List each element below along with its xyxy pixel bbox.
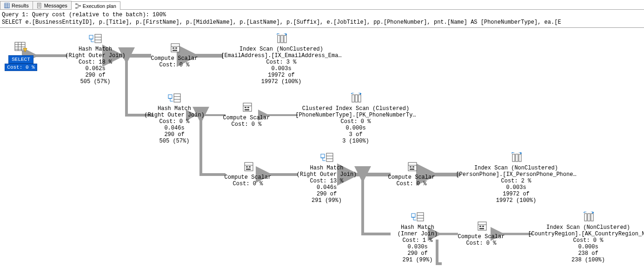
- op-rows: 19972 of: [453, 191, 579, 197]
- op-time: 0.000s: [525, 244, 644, 250]
- svg-rect-65: [516, 154, 518, 162]
- select-cost: Cost: 0 %: [5, 64, 37, 71]
- clustered-index-scan-icon: [293, 93, 418, 105]
- index-scan-icon: [453, 152, 579, 164]
- tab-execution-plan[interactable]: Execution plan: [71, 1, 120, 10]
- op-cost: Cost: 18 %: [65, 59, 126, 65]
- op-cost: Cost: 0 %: [386, 181, 437, 187]
- op-cost: Cost: 0 %: [293, 118, 418, 125]
- op-cost: Cost: 0 %: [456, 240, 507, 247]
- tab-messages[interactable]: Messages: [33, 1, 72, 9]
- select-icon: [5, 42, 37, 55]
- op-rows: 238 of: [525, 250, 644, 257]
- node-hash-match-3[interactable]: Hash Match (Right Outer Join) Cost: 13 %…: [295, 152, 358, 204]
- hash-match-icon: [65, 33, 126, 45]
- op-name: Compute Scalar: [456, 234, 507, 240]
- svg-rect-6: [37, 3, 41, 8]
- op-rows: 3 of: [293, 131, 418, 138]
- svg-rect-66: [519, 154, 521, 162]
- svg-rect-27: [89, 35, 93, 39]
- svg-rect-24: [95, 34, 101, 43]
- svg-rect-63: [410, 169, 414, 170]
- svg-rect-68: [417, 213, 424, 221]
- compute-scalar-icon: [386, 162, 437, 174]
- op-cost: Cost: 0 %: [144, 118, 205, 125]
- op-name: Compute Scalar: [149, 55, 200, 62]
- svg-rect-10: [76, 3, 77, 4]
- node-compute-scalar-5[interactable]: Compute Scalar Cost: 0 %: [456, 221, 507, 247]
- svg-rect-47: [355, 95, 358, 102]
- hash-match-icon: [144, 93, 205, 105]
- svg-rect-34: [281, 35, 283, 43]
- node-hash-match-4[interactable]: Hash Match (Inner Join) Cost: 1 % 0.030s…: [390, 212, 445, 263]
- op-est: 3 (100%): [293, 138, 418, 144]
- op-cost: Cost: 1 %: [390, 237, 445, 244]
- svg-rect-46: [352, 95, 354, 102]
- op-est: 19972 (100%): [453, 197, 579, 204]
- svg-rect-75: [482, 226, 484, 227]
- tab-results-label: Results: [12, 3, 29, 8]
- svg-rect-32: [173, 50, 177, 51]
- op-est: 238 (100%): [525, 257, 644, 263]
- index-scan-icon: [525, 212, 644, 224]
- svg-rect-55: [326, 153, 333, 162]
- node-index-scan-emailaddress[interactable]: Index Scan (NonClustered) [EmailAddress]…: [219, 33, 344, 85]
- node-compute-scalar-4[interactable]: Compute Scalar Cost: 0 %: [386, 162, 437, 187]
- svg-rect-33: [278, 35, 280, 43]
- svg-rect-11: [76, 7, 77, 8]
- op-subtype: (Right Outer Join): [295, 171, 358, 178]
- svg-rect-64: [512, 154, 515, 162]
- svg-rect-74: [479, 226, 481, 227]
- op-name: Hash Match: [65, 46, 126, 52]
- tab-results[interactable]: Results: [0, 1, 33, 9]
- svg-rect-30: [173, 47, 174, 49]
- op-est: 19972 (100%): [219, 78, 344, 85]
- svg-rect-40: [168, 95, 172, 98]
- plan-icon: [75, 3, 81, 9]
- op-name: Hash Match: [295, 165, 358, 171]
- node-clustered-index-scan-phonenumbertype[interactable]: Clustered Index Scan (Clustered) [PhoneN…: [293, 93, 418, 144]
- node-compute-scalar-2[interactable]: Compute Scalar Cost: 0 %: [221, 102, 272, 128]
- svg-rect-31: [175, 47, 177, 49]
- query-sql-text: SELECT e.[BusinessEntityID], p.[Title], …: [0, 19, 644, 28]
- op-time: 0.046s: [295, 184, 358, 191]
- op-time: 0.000s: [293, 125, 418, 131]
- query-cost-header: Query 1: Query cost (relative to the bat…: [0, 10, 644, 19]
- op-name: Compute Scalar: [386, 174, 437, 181]
- compute-scalar-icon: [456, 221, 507, 233]
- node-index-scan-personphone[interactable]: Index Scan (NonClustered) [PersonPhone].…: [453, 152, 579, 204]
- execution-plan-canvas[interactable]: SELECT Cost: 0 % Hash Match (Right Outer…: [0, 28, 644, 266]
- op-est: 505 (57%): [65, 78, 126, 85]
- svg-rect-54: [246, 169, 251, 170]
- svg-rect-61: [410, 166, 412, 168]
- op-rows: 290 of: [144, 131, 205, 138]
- op-rows: 19972 of: [219, 72, 344, 78]
- node-select[interactable]: SELECT Cost: 0 %: [5, 42, 37, 71]
- op-name: Hash Match: [144, 105, 205, 112]
- op-subtype: (Right Outer Join): [144, 112, 205, 118]
- svg-rect-35: [284, 35, 286, 43]
- op-cost: Cost: 0 %: [149, 62, 200, 68]
- svg-rect-48: [359, 95, 361, 102]
- op-name: Index Scan (NonClustered): [453, 165, 579, 171]
- op-subtype: (Inner Join): [390, 231, 445, 237]
- svg-rect-12: [80, 5, 80, 6]
- compute-scalar-icon: [221, 102, 272, 114]
- op-cost: Cost: 0 %: [222, 181, 273, 187]
- op-time: 0.003s: [219, 65, 344, 72]
- compute-scalar-icon: [222, 162, 273, 174]
- node-compute-scalar-3[interactable]: Compute Scalar Cost: 0 %: [222, 162, 273, 187]
- op-cost: Cost: 3 %: [219, 59, 344, 65]
- node-hash-match-2[interactable]: Hash Match (Right Outer Join) Cost: 0 % …: [144, 93, 205, 144]
- svg-rect-45: [245, 109, 249, 110]
- svg-rect-53: [249, 166, 251, 168]
- node-compute-scalar-1[interactable]: Compute Scalar Cost: 0 %: [149, 43, 200, 68]
- op-object: [EmailAddress].[IX_EmailAddress_Ema…: [219, 52, 344, 59]
- tab-bar: Results Messages Execution plan: [0, 0, 644, 10]
- node-index-scan-countryregion[interactable]: Index Scan (NonClustered) [CountryRegion…: [525, 212, 644, 263]
- node-hash-match-1[interactable]: Hash Match (Right Outer Join) Cost: 18 %…: [65, 33, 126, 85]
- op-name: Compute Scalar: [222, 174, 273, 181]
- op-name: Index Scan (NonClustered): [525, 224, 644, 231]
- op-subtype: (Right Outer Join): [65, 52, 126, 59]
- op-rows: 290 of: [295, 191, 358, 197]
